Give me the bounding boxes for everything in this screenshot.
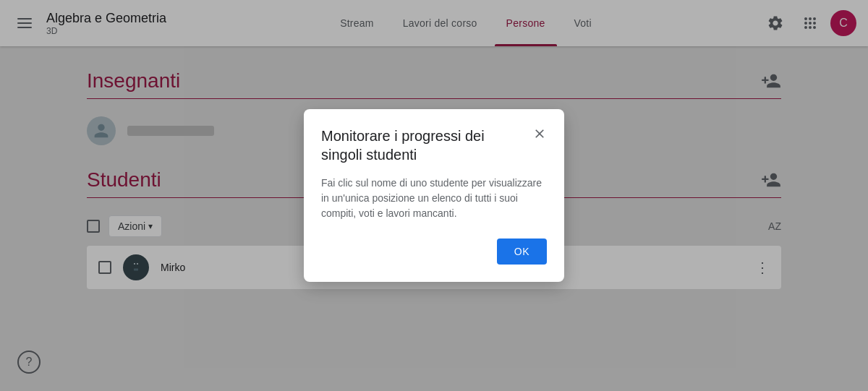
ok-button[interactable]: OK (497, 239, 547, 265)
dialog-body: Fai clic sul nome di uno studente per vi… (321, 176, 547, 221)
dialog-title: Monitorare i progressi dei singoli stude… (321, 126, 532, 164)
close-icon (532, 126, 547, 141)
modal-overlay: Monitorare i progressi dei singoli stude… (0, 0, 868, 391)
progress-dialog: Monitorare i progressi dei singoli stude… (304, 109, 564, 282)
dialog-header: Monitorare i progressi dei singoli stude… (321, 126, 547, 164)
dialog-close-button[interactable] (532, 126, 547, 141)
dialog-footer: OK (321, 239, 547, 265)
